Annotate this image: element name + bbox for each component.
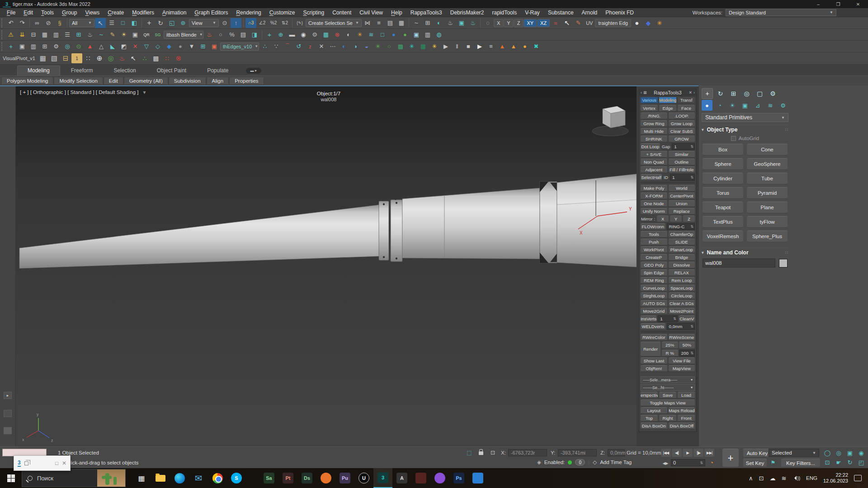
triangle-outline-icon[interactable]: △ — [96, 42, 107, 52]
viewport-layout-tab-2[interactable] — [4, 427, 12, 434]
skype-icon[interactable]: S — [227, 468, 246, 488]
snaps-toggle-icon[interactable]: ∩3 — [245, 18, 256, 28]
cross-teal-icon[interactable]: + — [264, 30, 275, 40]
substance-painter-icon[interactable]: Pt — [278, 468, 297, 488]
globe-x-icon[interactable]: ⊗ — [173, 53, 184, 63]
rappatools-spinner-200[interactable]: 200⇅ — [679, 350, 695, 357]
primitive-button-cone[interactable]: Cone — [747, 144, 788, 155]
panel-scroll-right-icon[interactable]: › — [693, 90, 695, 95]
rappatools-button-disa-boxoff[interactable]: DisA BoxOff — [669, 422, 695, 429]
pause-icon[interactable]: ‖ — [452, 42, 462, 52]
rappatools-button-tools[interactable]: Tools — [641, 231, 667, 238]
zero-toggle[interactable]: 0 — [575, 459, 585, 465]
primitive-button-textplus[interactable]: TextPlus — [703, 216, 743, 228]
ring-teal-icon[interactable]: ◎ — [62, 42, 73, 52]
double-chevron-down-icon[interactable]: ⇊ — [17, 30, 28, 40]
circle-green-icon[interactable]: ○ — [384, 42, 395, 52]
rappatools-button-grow-ring[interactable]: Grow Ring — [641, 120, 667, 127]
delete-cross-icon[interactable]: ⊗ — [332, 30, 343, 40]
dot-orange-icon[interactable]: ● — [519, 42, 530, 52]
half-diamond-icon[interactable]: ◩ — [118, 42, 129, 52]
dots-inverted-icon[interactable]: ∵ — [271, 42, 282, 52]
dots-triangle-icon[interactable]: ∴ — [259, 42, 270, 52]
bolt-icon[interactable]: z — [305, 42, 316, 52]
modify-tab[interactable]: ↻ — [715, 88, 726, 99]
rappatools-button-spin-edge[interactable]: Spin Edge — [641, 269, 667, 276]
chrome-icon[interactable] — [208, 468, 227, 488]
absolute-offset-mode-icon[interactable]: ⊡ — [488, 449, 497, 457]
add-time-tag[interactable]: Add Time Tag — [600, 460, 632, 465]
search-highlight-image[interactable] — [97, 469, 125, 487]
playback-go-end-button[interactable]: ▶▶| — [704, 449, 714, 457]
filter-funnel-icon[interactable]: ▼ — [142, 90, 146, 95]
graphite-ribbon-icon[interactable]: ▦ — [396, 18, 407, 28]
purple-app-icon[interactable] — [430, 468, 449, 488]
constraint-z-button[interactable]: Z — [514, 19, 524, 27]
primitive-button-cylinder[interactable]: Cylinder — [703, 173, 743, 184]
material-editor-icon[interactable]: ◐ — [434, 18, 444, 28]
ribbon-subtab-geometry-all[interactable]: Geometry (All) — [124, 77, 168, 85]
object-color-swatch[interactable] — [779, 259, 788, 267]
zoom-extents-icon[interactable]: ▣ — [844, 448, 855, 457]
rappatools-button-y[interactable]: Y — [670, 216, 682, 222]
rappatools-button-rwirescene[interactable]: RWireScene — [669, 334, 695, 341]
rappatools-button-chamferop[interactable]: ChamferOp — [669, 231, 695, 238]
ribbon-tab-selection[interactable]: Selection — [104, 66, 146, 75]
rappatools-dropdown-sele-mera[interactable]: -----Sele...mera-----▾ — [641, 376, 695, 383]
reference-coordinate-dropdown[interactable]: View▼ — [189, 19, 219, 27]
grid-green-icon[interactable]: ▩ — [395, 42, 406, 52]
menu-create[interactable]: Create — [104, 9, 128, 16]
rappatools-button-right[interactable]: Right — [659, 415, 676, 422]
primitive-button-pyramid[interactable]: Pyramid — [747, 187, 788, 199]
rappatools-button-x[interactable]: X — [657, 216, 669, 222]
name-color-rollout[interactable]: ▾ Name and Color ∷ — [702, 248, 788, 257]
rappatools-button-top[interactable]: Top — [641, 415, 658, 422]
rappatools-button-toggle-maps-view[interactable]: Toggle Maps View — [641, 399, 695, 406]
rappatools-spinner-1[interactable]: 1⇅ — [670, 174, 695, 181]
burst-yellow-icon[interactable]: ✳ — [429, 42, 440, 52]
rappatools-button-clear-a-sgs[interactable]: Clear A SGs — [669, 300, 695, 307]
rappatools-button-rwirecolor[interactable]: RWireColor — [641, 334, 667, 341]
split-box-icon[interactable]: ▥ — [28, 42, 39, 52]
rows-icon[interactable]: ▤ — [238, 30, 249, 40]
rappatools-button-non-quad[interactable]: Non Quad — [641, 159, 667, 165]
panel-scroll-left-icon[interactable]: ‹ — [641, 90, 642, 95]
teapot-gray-icon[interactable]: ♨ — [85, 30, 95, 40]
rappatools-button-ring[interactable]: .RING. — [641, 113, 667, 119]
x-coordinate-field[interactable]: -6763,723r — [508, 449, 547, 456]
load-pivot-icon[interactable]: ▧ — [49, 53, 60, 63]
utilities-tab[interactable]: ⚙ — [767, 88, 778, 99]
rappatools-button-workpivot[interactable]: WorkPivot — [641, 246, 667, 253]
half-circle-blue-icon[interactable]: ◐ — [339, 42, 349, 52]
cursor-snap-icon[interactable]: ↖ — [128, 53, 139, 63]
rappatools-button-planarloop[interactable]: PlanarLoop — [669, 246, 695, 253]
expand-panel-button[interactable]: ▸ — [4, 392, 12, 399]
grid-dark-green-icon[interactable]: ▦ — [418, 42, 429, 52]
arc-red-icon[interactable]: ⌒ — [282, 42, 293, 52]
viewport[interactable]: X Y y x z [ + ] [ Orthographic ] [ Stand… — [16, 86, 637, 446]
menu-file[interactable]: File — [3, 9, 19, 16]
viewport-layout-tab-1[interactable] — [4, 410, 12, 417]
zoom-all-icon[interactable]: ◎ — [833, 448, 844, 457]
curve-editor-icon[interactable]: ~ — [411, 18, 422, 28]
rappatools-button-clear-subs[interactable]: Clear SubS — [669, 128, 695, 135]
rappatools-button-50[interactable]: 50% — [679, 342, 695, 349]
viewport-label-text[interactable]: [ + ] [ Orthographic ] [ Standard ] [ De… — [20, 89, 138, 95]
render-production-icon[interactable]: ♨ — [467, 18, 478, 28]
cut-icon[interactable]: ✕ — [316, 42, 327, 52]
menu-content[interactable]: Content — [328, 9, 355, 16]
zoom-icon[interactable]: ◯ — [822, 448, 833, 457]
unreal-engine-icon[interactable]: U — [354, 468, 373, 488]
menu-rappatools3[interactable]: RappaTools3 — [406, 9, 446, 16]
rappatools-button-centerpivot[interactable]: CenterPivot — [669, 192, 695, 199]
language-indicator[interactable]: ENG — [806, 475, 817, 481]
star-teal-icon[interactable]: ✳ — [406, 42, 417, 52]
isolate-selection-icon[interactable]: ◌ — [482, 18, 493, 28]
z-coordinate-field[interactable]: 0,0mm — [608, 449, 625, 456]
star-burst-icon[interactable]: ✳ — [654, 18, 665, 28]
primitive-button-geosphere[interactable]: GeoSphere — [747, 158, 788, 170]
minimize-button[interactable]: – — [808, 0, 828, 8]
play-icon[interactable]: ▶ — [440, 42, 451, 52]
window-crossing-icon[interactable]: ◧ — [129, 18, 140, 28]
menu-views[interactable]: Views — [81, 9, 104, 16]
